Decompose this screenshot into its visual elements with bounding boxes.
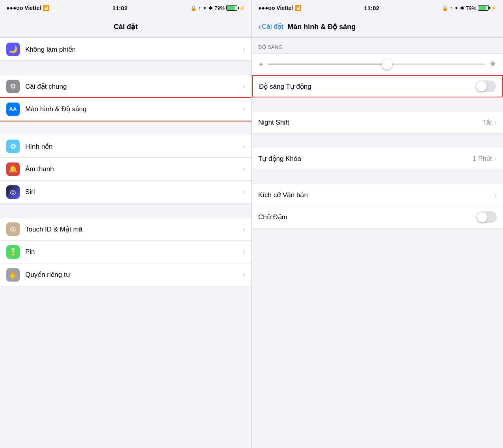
left-carrier: ●●●oo Viettel 📶 xyxy=(6,5,49,11)
sidebar-item-cai-dat-chung[interactable]: ⚙ Cài đặt chung › xyxy=(0,75,251,98)
tu-dong-khoa-label: Tự động Khóa xyxy=(258,155,473,163)
right-wifi-icon: 📶 xyxy=(294,5,301,11)
chu-dam-label: Chữ Đậm xyxy=(258,213,476,221)
night-shift-label: Night Shift xyxy=(258,119,482,127)
dnd-label: Không làm phiền xyxy=(25,45,240,54)
kich-co-van-ban-row[interactable]: Kích cỡ Văn bản › xyxy=(252,184,503,206)
display-label: Màn hình & Độ sáng xyxy=(25,105,240,113)
sidebar-item-am-thanh[interactable]: 🔔 Âm thanh › xyxy=(0,158,251,181)
section-group-1: 🌙 Không làm phiền › xyxy=(0,38,251,61)
tu-dong-khoa-value: 1 Phút xyxy=(473,155,492,163)
auto-brightness-row[interactable]: Độ sáng Tự động xyxy=(252,75,503,97)
brightness-section-header: ĐỘ SÁNG xyxy=(252,38,503,53)
wallpaper-label: Hình nền xyxy=(25,142,240,151)
sound-chevron: › xyxy=(243,165,245,173)
battery-settings-icon: 🔋 xyxy=(6,245,20,259)
left-panel: ●●●oo Viettel 📶 11:02 🔒 ↑ ✦ ✱ 79% ⚡ Cài … xyxy=(0,0,251,448)
kich-co-van-ban-label: Kích cỡ Văn bản xyxy=(258,191,494,199)
left-time: 11:02 xyxy=(112,5,127,11)
general-label: Cài đặt chung xyxy=(25,82,240,91)
auto-brightness-toggle[interactable] xyxy=(475,80,496,92)
siri-label: Siri xyxy=(25,188,240,196)
right-page-title: Màn hình & Độ sáng xyxy=(287,23,356,31)
display-chevron: › xyxy=(243,105,245,113)
brightness-slider[interactable] xyxy=(268,63,485,65)
brightness-slider-container[interactable]: ☀ ☀ xyxy=(252,53,503,75)
sidebar-item-siri[interactable]: ◎ Siri › xyxy=(0,181,251,203)
chu-dam-toggle[interactable] xyxy=(476,211,497,223)
touchid-icon: ◎ xyxy=(6,222,20,236)
right-panel: ●●●oo Viettel 📶 11:02 🔒 ↑ ✦ ✱ 79% ⚡ ‹ Cà… xyxy=(251,0,503,448)
tu-dong-khoa-row[interactable]: Tự động Khóa 1 Phút › xyxy=(252,148,503,170)
left-settings-list: 🌙 Không làm phiền › ⚙ Cài đặt chung › AA… xyxy=(0,38,251,448)
wallpaper-icon: ✿ xyxy=(6,140,20,153)
pin-chevron: › xyxy=(243,248,245,256)
right-time: 11:02 xyxy=(364,5,379,11)
night-shift-value: Tắt xyxy=(482,118,492,127)
back-chevron-icon: ‹ xyxy=(258,22,261,31)
right-gap-2 xyxy=(252,134,503,148)
sound-icon: 🔔 xyxy=(6,162,20,176)
sidebar-item-touch-id[interactable]: ◎ Touch ID & Mật mã › xyxy=(0,218,251,241)
right-status-bar: ●●●oo Viettel 📶 11:02 🔒 ↑ ✦ ✱ 79% ⚡ xyxy=(252,0,503,16)
battery-icon xyxy=(226,5,237,11)
privacy-icon: ✋ xyxy=(6,268,20,282)
right-content-area: ĐỘ SÁNG ☀ ☀ Độ sáng Tự động Night Shift … xyxy=(252,38,503,448)
chu-dam-row[interactable]: Chữ Đậm xyxy=(252,206,503,228)
sun-large-icon: ☀ xyxy=(489,59,497,69)
pin-label: Pin xyxy=(25,248,240,256)
privacy-label: Quyền riêng tư xyxy=(25,271,240,279)
sidebar-item-quyen-rieng-tu[interactable]: ✋ Quyền riêng tư › xyxy=(0,263,251,286)
display-icon: AA xyxy=(6,103,20,116)
siri-icon: ◎ xyxy=(6,185,20,199)
night-shift-chevron: › xyxy=(494,118,497,127)
sidebar-item-man-hinh[interactable]: AA Màn hình & Độ sáng › xyxy=(0,98,251,121)
section-group-4: ◎ Touch ID & Mật mã › 🔋 Pin › ✋ Quyền ri… xyxy=(0,218,251,286)
section-group-3: ✿ Hình nền › 🔔 Âm thanh › ◎ Siri › xyxy=(0,135,251,203)
right-nav-title-area: Màn hình & Độ sáng xyxy=(287,22,356,31)
right-back-button[interactable]: ‹ Cài đặt xyxy=(258,22,283,31)
general-chevron: › xyxy=(243,82,245,91)
night-shift-row[interactable]: Night Shift Tắt › xyxy=(252,112,503,134)
general-icon: ⚙ xyxy=(6,80,20,93)
chu-dam-toggle-thumb xyxy=(477,212,487,222)
auto-brightness-label: Độ sáng Tự động xyxy=(259,82,475,91)
right-status-icons: 🔒 ↑ ✦ ✱ 79% ⚡ xyxy=(442,5,497,11)
left-status-icons: 🔒 ↑ ✦ ✱ 79% ⚡ xyxy=(190,5,245,11)
tu-dong-khoa-chevron: › xyxy=(494,155,497,163)
wifi-icon: 📶 xyxy=(43,5,49,11)
left-nav-title: Cài đặt xyxy=(114,22,138,31)
right-gap-3 xyxy=(252,170,503,184)
slider-fill xyxy=(268,63,387,65)
touchid-chevron: › xyxy=(243,225,245,233)
section-group-2: ⚙ Cài đặt chung › AA Màn hình & Độ sáng … xyxy=(0,75,251,121)
dnd-chevron: › xyxy=(243,45,245,54)
toggle-thumb xyxy=(476,81,486,91)
gap-3 xyxy=(0,203,251,218)
sound-label: Âm thanh xyxy=(25,165,240,173)
gap-1 xyxy=(0,61,251,75)
right-carrier: ●●●oo Viettel 📶 xyxy=(258,5,301,11)
sidebar-item-hinh-nen[interactable]: ✿ Hình nền › xyxy=(0,135,251,158)
touchid-label: Touch ID & Mật mã xyxy=(25,225,240,233)
right-nav-bar: ‹ Cài đặt Màn hình & Độ sáng xyxy=(252,16,503,38)
right-battery-icon xyxy=(478,5,489,11)
privacy-chevron: › xyxy=(243,271,245,279)
left-nav-bar: Cài đặt xyxy=(0,16,251,38)
dnd-icon: 🌙 xyxy=(6,43,20,56)
siri-chevron: › xyxy=(243,188,245,196)
right-gap-1 xyxy=(252,97,503,112)
gap-2 xyxy=(0,121,251,135)
kich-co-van-ban-chevron: › xyxy=(494,191,497,199)
sidebar-item-khong-lam-phien[interactable]: 🌙 Không làm phiền › xyxy=(0,38,251,61)
slider-thumb[interactable] xyxy=(382,59,392,69)
left-status-bar: ●●●oo Viettel 📶 11:02 🔒 ↑ ✦ ✱ 79% ⚡ xyxy=(0,0,251,16)
wallpaper-chevron: › xyxy=(243,142,245,151)
sun-small-icon: ☀ xyxy=(258,61,264,68)
sidebar-item-pin[interactable]: 🔋 Pin › xyxy=(0,241,251,263)
